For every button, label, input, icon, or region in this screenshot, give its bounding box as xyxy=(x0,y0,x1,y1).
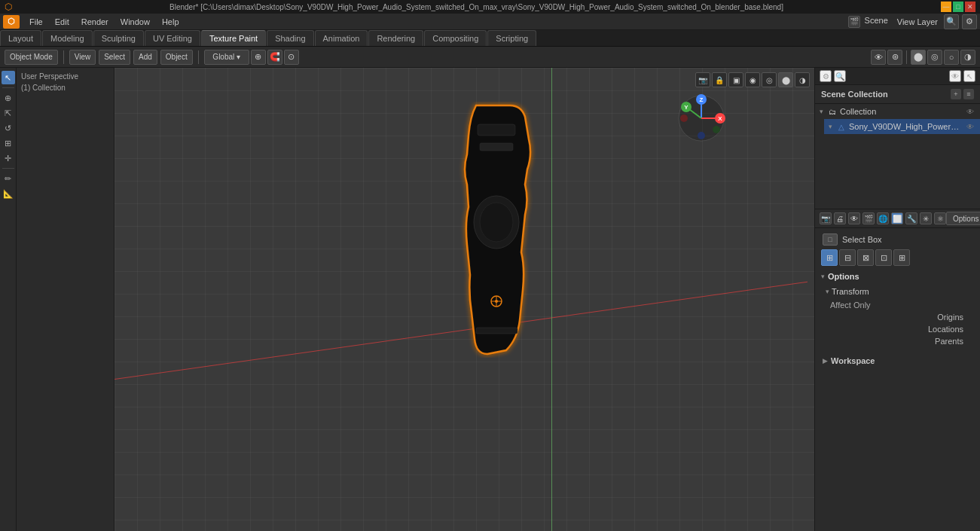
viewport[interactable]: Z X Y 📷 🔒 ▣ ◉ ◎ ⬤ ◑ xyxy=(114,68,814,531)
rp-visibility-button[interactable]: 👁 xyxy=(949,70,961,82)
lock-camera-button[interactable]: 🔒 xyxy=(712,72,727,87)
object-mode-button[interactable]: Object Mode xyxy=(5,50,58,65)
menu-render[interactable]: Render xyxy=(76,16,114,28)
prop-scene-icon[interactable]: 🎬 xyxy=(862,212,875,224)
viewport-gizmo: Z X Y xyxy=(675,92,728,145)
blender-logo: ⬡ xyxy=(3,15,20,29)
tab-uv-editing[interactable]: UV Editing xyxy=(145,30,200,46)
rp-select-button[interactable]: ↖ xyxy=(963,70,975,82)
gizmo-toggle-button[interactable]: ⊛ xyxy=(887,50,902,65)
rp-filter-button[interactable]: ⚙ xyxy=(820,70,832,82)
viewport-shading-material[interactable]: ◎ xyxy=(927,50,942,65)
transform-title: Transform xyxy=(832,285,869,298)
workspace-tabs: Layout Modeling Sculpting UV Editing Tex… xyxy=(0,30,980,47)
global-transform-button[interactable]: Global ▾ xyxy=(204,50,249,65)
tab-texture-paint[interactable]: Texture Paint xyxy=(201,30,266,46)
viewport-shading-solid[interactable]: ⬤ xyxy=(911,50,926,65)
pivot-button[interactable]: ⊕ xyxy=(251,50,266,65)
left-tool-separator-1 xyxy=(2,87,14,88)
display-mode-material[interactable]: ◎ xyxy=(762,72,777,87)
select-box-label: Select Box xyxy=(842,235,882,244)
options-section-title: Options xyxy=(828,272,859,281)
select-tool-button[interactable]: ↖ xyxy=(2,71,15,84)
outliner-object-label: Sony_V90DW_High_Power_Audio_Syste... xyxy=(849,122,963,131)
parents-label: Parents xyxy=(935,337,963,346)
prop-physics-icon[interactable]: ⚛ xyxy=(934,212,946,224)
scene-selector-icon[interactable]: 🎬 xyxy=(848,16,860,28)
tab-rendering[interactable]: Rendering xyxy=(368,30,423,46)
prop-particles-icon[interactable]: ✳ xyxy=(920,212,932,224)
outliner-row-collection[interactable]: ▾ 🗂 Collection 👁 xyxy=(815,104,980,119)
add-menu-button[interactable]: Add xyxy=(133,50,157,65)
tool-btn-3[interactable]: ⊠ xyxy=(857,249,874,266)
object-vis-eye-icon[interactable]: 👁 xyxy=(965,121,975,132)
annotate-tool-button[interactable]: ✏ xyxy=(2,172,15,185)
display-mode-solid[interactable]: ⬤ xyxy=(778,72,793,87)
settings-icon[interactable]: ⚙ xyxy=(962,14,977,29)
transform-tool-button[interactable]: ✛ xyxy=(2,151,15,165)
svg-text:Z: Z xyxy=(700,96,704,103)
rp-search-button[interactable]: 🔍 xyxy=(834,70,846,82)
svg-point-21 xyxy=(713,126,720,133)
minimize-button[interactable]: — xyxy=(941,2,951,12)
menu-edit[interactable]: Edit xyxy=(50,16,75,28)
proportional-edit-button[interactable]: ⊙ xyxy=(284,50,299,65)
snap-button[interactable]: 🧲 xyxy=(267,50,282,65)
select-menu-button[interactable]: Select xyxy=(99,50,130,65)
scale-tool-button[interactable]: ⊞ xyxy=(2,136,15,150)
options-button[interactable]: Options xyxy=(946,212,980,225)
rotate-tool-button[interactable]: ↺ xyxy=(2,121,15,135)
menu-file[interactable]: File xyxy=(24,16,48,28)
outliner-row-object[interactable]: ▾ △ Sony_V90DW_High_Power_Audio_Syste...… xyxy=(824,119,980,134)
tab-animation[interactable]: Animation xyxy=(315,30,368,46)
tool-btn-4[interactable]: ⊡ xyxy=(875,249,892,266)
cursor-tool-button[interactable]: ⊕ xyxy=(2,91,15,105)
viewport-shading-lookdev[interactable]: ◑ xyxy=(960,50,975,65)
rp-filter-icon[interactable]: ≡ xyxy=(963,89,974,99)
search-button[interactable]: 🔍 xyxy=(944,14,959,29)
tab-modeling[interactable]: Modeling xyxy=(42,30,93,46)
tool-btn-1[interactable]: ⊞ xyxy=(821,249,838,266)
camera-view-button[interactable]: 📷 xyxy=(695,72,710,87)
tab-layout[interactable]: Layout xyxy=(0,30,41,46)
scene-label: Scene xyxy=(862,16,891,28)
prop-output-icon[interactable]: 🖨 xyxy=(834,212,846,224)
workspace-header[interactable]: ▶ Workspace xyxy=(821,355,974,367)
menu-help[interactable]: Help xyxy=(157,16,185,28)
tab-scripting[interactable]: Scripting xyxy=(487,30,536,46)
scene-collection-title: Scene Collection xyxy=(821,90,888,99)
transform-header[interactable]: ▾ Transform xyxy=(826,284,969,299)
close-button[interactable]: ✕ xyxy=(965,2,975,12)
render-region-button[interactable]: ▣ xyxy=(728,72,743,87)
right-panel-top-icons: ⚙ 🔍 👁 ↖ xyxy=(815,68,980,85)
menu-window[interactable]: Window xyxy=(115,16,155,28)
options-section-header[interactable]: ▾ Options xyxy=(821,270,974,282)
display-mode-circle[interactable]: ◉ xyxy=(745,72,760,87)
object-menu-button[interactable]: Object xyxy=(160,50,193,65)
origins-option: Origins xyxy=(826,311,969,323)
tool-btn-2[interactable]: ⊟ xyxy=(839,249,856,266)
prop-world-icon[interactable]: 🌐 xyxy=(877,212,889,224)
options-section: ▾ Options ▾ Transform Affect Only Origin… xyxy=(818,267,977,352)
viewport-shading-rendered[interactable]: ○ xyxy=(944,50,959,65)
rp-new-collection-icon[interactable]: + xyxy=(951,89,961,99)
prop-object-icon[interactable]: ⬜ xyxy=(891,212,903,224)
display-mode-render[interactable]: ◑ xyxy=(795,72,810,87)
prop-modifier-icon[interactable]: 🔧 xyxy=(905,212,917,224)
overlay-toggle-button[interactable]: 👁 xyxy=(871,50,886,65)
prop-render-icon[interactable]: 📷 xyxy=(820,212,832,224)
collection-vis-eye-icon[interactable]: 👁 xyxy=(965,106,975,117)
toolbar-separator-2 xyxy=(198,50,199,64)
outliner-object-vis-icons: 👁 xyxy=(965,121,975,132)
svg-point-19 xyxy=(698,132,705,139)
tool-btn-5[interactable]: ⊞ xyxy=(893,249,910,266)
prop-view-icon[interactable]: 👁 xyxy=(848,212,860,224)
tab-compositing[interactable]: Compositing xyxy=(424,30,487,46)
maximize-button[interactable]: □ xyxy=(953,2,963,12)
affect-only-label: Affect Only xyxy=(826,299,969,311)
tab-shading[interactable]: Shading xyxy=(267,30,313,46)
move-tool-button[interactable]: ⇱ xyxy=(2,106,15,120)
view-menu-button[interactable]: View xyxy=(69,50,96,65)
measure-tool-button[interactable]: 📐 xyxy=(2,187,15,200)
tab-sculpting[interactable]: Sculpting xyxy=(93,30,144,46)
